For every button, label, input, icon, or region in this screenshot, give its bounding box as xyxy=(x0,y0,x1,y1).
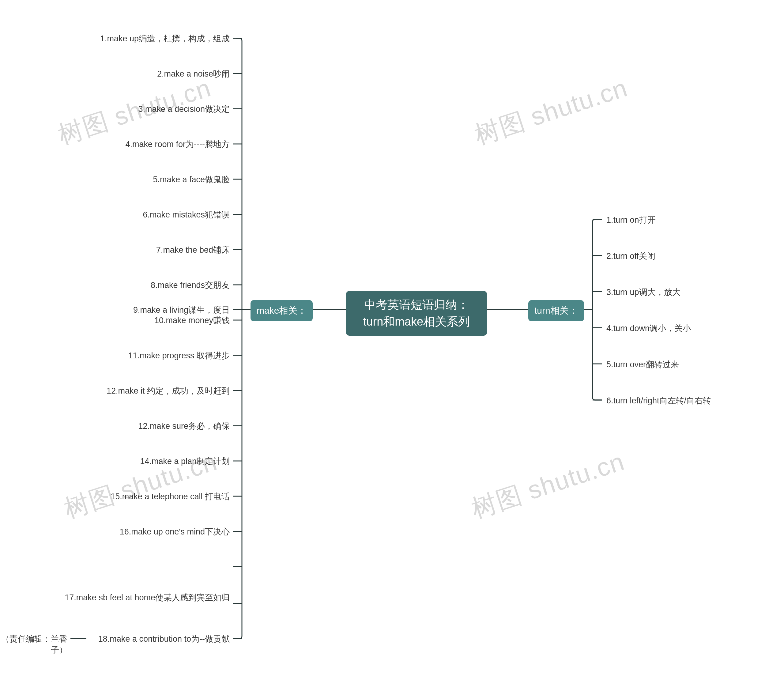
branch-make-label: make相关： xyxy=(256,304,307,317)
make-item-6: 6.make mistakes犯错误 xyxy=(143,209,230,220)
make-item-16: 16.make up one's mind下决心 xyxy=(120,526,230,537)
make-item-3: 3.make a decision做决定 xyxy=(138,104,230,115)
make-item-18: 18.make a contribution to为--做贡献 xyxy=(98,633,230,644)
branch-make: make相关： xyxy=(250,300,313,321)
root-node: 中考英语短语归纳：turn和make相关系列 xyxy=(346,291,487,336)
make-item-10: 10.make money赚钱 xyxy=(154,315,230,326)
turn-item-5: 5.turn over翻转过来 xyxy=(606,359,679,370)
make-item-11: 11.make progress 取得进步 xyxy=(128,350,230,361)
turn-item-1: 1.turn on打开 xyxy=(606,214,656,225)
make-item-4: 4.make room for为----腾地方 xyxy=(125,139,230,150)
make-item-7: 7.make the bed铺床 xyxy=(156,245,230,255)
make-item-17: 17.make sb feel at home使某人感到宾至如归 xyxy=(52,592,230,603)
branch-turn: turn相关： xyxy=(528,300,584,321)
watermark: 树图 shutu.cn xyxy=(470,71,632,153)
make-item-2: 2.make a noise吵闹 xyxy=(157,68,230,79)
turn-item-2: 2.turn off关闭 xyxy=(606,251,655,261)
make-item-15: 15.make a telephone call 打电话 xyxy=(110,491,230,502)
connector-lines xyxy=(0,0,784,687)
make-item-1: 1.make up编造，杜撰，构成，组成 xyxy=(100,33,230,44)
make-item-8: 8.make friends交朋友 xyxy=(151,279,230,291)
branch-turn-label: turn相关： xyxy=(534,304,578,317)
turn-item-6: 6.turn left/right向左转/向右转 xyxy=(606,395,711,406)
make-item-18-child: （责任编辑：兰香子） xyxy=(0,633,67,656)
make-item-12: 12.make it 约定，成功，及时赶到 xyxy=(107,385,230,396)
root-label: 中考英语短语归纳：turn和make相关系列 xyxy=(355,296,478,330)
make-item-13: 12.make sure务必，确保 xyxy=(138,421,230,432)
make-item-9: 9.make a living谋生，度日 xyxy=(133,304,230,316)
make-item-14: 14.make a plan制定计划 xyxy=(140,456,230,467)
turn-item-3: 3.turn up调大，放大 xyxy=(606,287,680,298)
turn-item-4: 4.turn down调小，关小 xyxy=(606,323,691,334)
make-item-5: 5.make a face做鬼脸 xyxy=(153,174,230,185)
watermark: 树图 shutu.cn xyxy=(467,445,629,526)
